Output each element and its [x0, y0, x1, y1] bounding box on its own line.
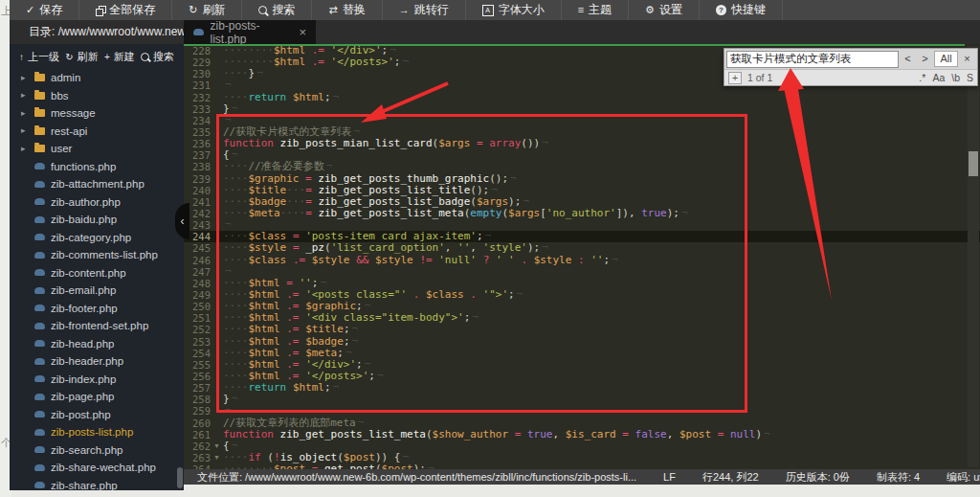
toolbar-button-settings[interactable]: ⚙设置 — [629, 0, 700, 20]
line-number: 238 — [184, 161, 211, 172]
editor-scrollbar-thumb[interactable] — [969, 151, 978, 176]
toolbar-button-check[interactable]: ✓保存 — [10, 0, 79, 20]
toolbar-button-label: 快捷键 — [731, 2, 766, 18]
find-expand-button[interactable]: + — [728, 72, 742, 84]
tree-file-zib-share-wechat.php[interactable]: zib-share-wechat.php — [10, 459, 184, 477]
find-option-Aa[interactable]: Aa — [932, 72, 945, 83]
tree-file-zib-posts-list.php[interactable]: zib-posts-list.php — [10, 423, 184, 441]
sidebar-scrollbar-thumb[interactable] — [177, 467, 183, 488]
tree-file-zib-search.php[interactable]: zib-search.php — [10, 441, 184, 460]
tree-folder-bbs[interactable]: ▸bbs — [10, 87, 184, 105]
file-tree: ▸admin▸bbs▸message▸rest-api▸userfunction… — [10, 69, 184, 490]
find-option-[interactable]: .* — [919, 72, 925, 83]
tree-file-zib-index.php[interactable]: zib-index.php — [10, 371, 184, 389]
code-line-242[interactable]: 242····$meta····= zib_get_posts_list_met… — [184, 208, 980, 219]
file-name: zib-author.php — [51, 196, 121, 208]
code-editor[interactable]: 228········$html .= '</div>';¬229·······… — [184, 44, 980, 469]
sidebar-action-bar: ↑上一级↻刷新+新建搜索 — [10, 44, 184, 69]
editor-scrollbar-track[interactable] — [968, 46, 979, 467]
find-option-b[interactable]: \b — [951, 72, 960, 83]
sidebar-collapse-handle[interactable]: ‹ — [175, 203, 189, 239]
line-number: 249 — [184, 289, 211, 301]
tree-file-zib-attachment.php[interactable]: zib-attachment.php — [10, 175, 184, 193]
tree-file-zib-baidu.php[interactable]: zib-baidu.php — [10, 211, 184, 229]
tree-file-zib-email.php[interactable]: zib-email.php — [10, 282, 184, 300]
toolbar-button-save-all[interactable]: 全部保存 — [79, 0, 172, 20]
replace-icon: ⇄ — [328, 5, 337, 15]
tree-folder-rest-api[interactable]: ▸rest-api — [10, 123, 184, 141]
php-icon — [34, 340, 45, 347]
toolbar-button-search[interactable]: 搜索 — [242, 0, 312, 20]
code-line-261[interactable]: 261function zib_get_posts_list_meta($sho… — [184, 429, 980, 441]
sidebar-action-refresh[interactable]: ↻刷新 — [65, 50, 98, 64]
folder-name: bbs — [51, 90, 69, 102]
toolbar-button-theme[interactable]: ≡主题 — [562, 0, 629, 20]
chevron-right-icon: ▸ — [21, 74, 29, 82]
tree-file-zib-author.php[interactable]: zib-author.php — [10, 193, 184, 212]
tree-folder-user[interactable]: ▸user — [10, 140, 184, 158]
file-name: zib-comments-list.php — [51, 249, 158, 260]
toolbar-button-replace[interactable]: ⇄替换 — [312, 0, 382, 20]
status-item-2: 行244, 列22 — [702, 470, 759, 485]
tree-file-zib-content.php[interactable]: zib-content.php — [10, 264, 184, 282]
tree-file-zib-header.php[interactable]: zib-header.php — [10, 352, 184, 371]
match-indicator-line — [184, 44, 965, 46]
tree-folder-admin[interactable]: ▸admin — [10, 69, 184, 87]
chevron-right-icon: ▸ — [21, 126, 29, 135]
code-line-246[interactable]: 246····$class .= $style && $style != 'nu… — [184, 255, 980, 266]
code-line-258[interactable]: 258}¬ — [184, 394, 980, 405]
find-prev-button[interactable]: < — [900, 51, 916, 67]
directory-path-label: 目录: /www/wwwroot/www.new-6... — [29, 20, 206, 44]
tree-file-functions.php[interactable]: functions.php — [10, 158, 184, 176]
tree-file-zib-footer.php[interactable]: zib-footer.php — [10, 300, 184, 318]
line-number: 235 — [184, 126, 211, 138]
tree-file-zib-share.php[interactable]: zib-share.php — [10, 477, 184, 491]
tree-file-zib-head.php[interactable]: zib-head.php — [10, 335, 184, 353]
find-input[interactable] — [726, 51, 899, 68]
tree-file-zib-page.php[interactable]: zib-page.php — [10, 388, 184, 406]
chevron-right-icon: ▸ — [21, 109, 29, 118]
line-number: 230 — [184, 68, 211, 79]
php-icon — [34, 216, 45, 223]
toolbar-button-refresh[interactable]: ↻刷新 — [172, 0, 242, 20]
line-number: 258 — [184, 394, 211, 405]
status-item-3: 历史版本: 0份 — [786, 470, 850, 485]
tree-file-zib-frontend-set.php[interactable]: zib-frontend-set.php — [10, 317, 184, 335]
line-number: 231 — [184, 79, 211, 91]
tab-zib-posts-list[interactable]: zib-posts-list.php × — [184, 20, 316, 44]
tree-file-zib-post.php[interactable]: zib-post.php — [10, 406, 184, 424]
php-icon — [34, 323, 45, 329]
tab-close-icon[interactable]: × — [299, 26, 306, 38]
toolbar-button-hotkeys[interactable]: ?快捷键 — [700, 0, 783, 20]
code-text: ····return $html;¬ — [223, 92, 339, 103]
line-number: 252 — [184, 324, 211, 335]
sidebar-action-plus[interactable]: +新建 — [104, 50, 135, 64]
find-options: .*Aa\bS — [919, 72, 973, 83]
find-next-button[interactable]: > — [917, 51, 933, 67]
find-close-icon[interactable]: × — [959, 51, 975, 67]
tree-file-zib-comments-list.php[interactable]: zib-comments-list.php — [10, 246, 184, 264]
toolbar-button-label: 主题 — [589, 2, 612, 18]
tree-folder-message[interactable]: ▸message — [10, 104, 184, 123]
code-line-232[interactable]: 232····return $html;¬ — [184, 92, 980, 103]
file-name: zib-email.php — [51, 284, 116, 296]
folder-name: user — [51, 143, 72, 154]
toolbar-button-goto-line[interactable]: →跳转行 — [383, 0, 466, 20]
find-all-button[interactable]: All — [934, 51, 958, 67]
code-line-236[interactable]: 236function zib_posts_mian_list_card($ar… — [184, 138, 980, 149]
line-number: 255 — [184, 359, 211, 371]
settings-icon: ⚙ — [645, 5, 655, 15]
sidebar-action-search[interactable]: 搜索 — [141, 50, 174, 64]
toolbar-button-font-size[interactable]: A字体大小 — [466, 0, 562, 20]
sidebar-action-up[interactable]: ↑上一级 — [19, 50, 59, 64]
find-widget: < > All × + 1 of 1 .*Aa\bS — [724, 48, 978, 86]
code-line-257[interactable]: 257····return $html;¬ — [184, 382, 980, 394]
toolbar-button-label: 跳转行 — [414, 2, 449, 18]
line-number: 262 — [184, 441, 211, 452]
code-line-233[interactable]: 233}¬ — [184, 103, 980, 115]
tree-file-zib-category.php[interactable]: zib-category.php — [10, 229, 184, 247]
line-number: 253 — [184, 336, 211, 348]
php-icon — [34, 464, 45, 471]
chevron-right-icon: ▸ — [21, 145, 29, 153]
find-option-S[interactable]: S — [967, 72, 973, 83]
